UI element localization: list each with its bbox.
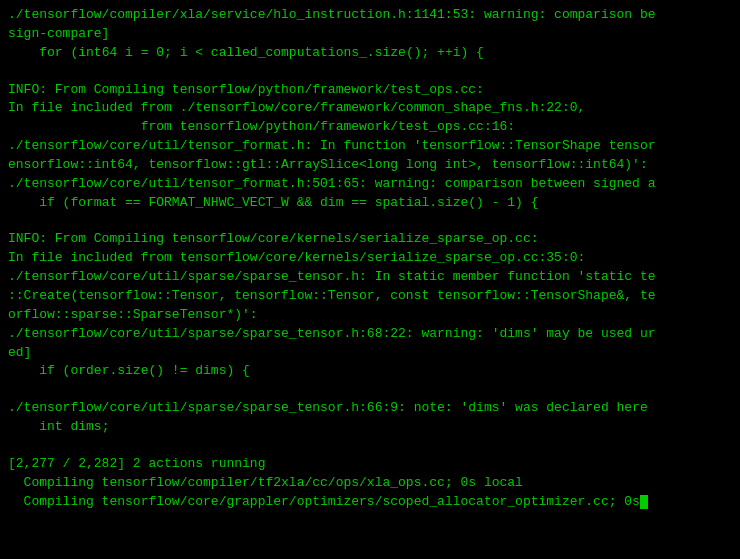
terminal-line: ./tensorflow/core/util/tensor_format.h:5… <box>8 175 732 194</box>
terminal-line: orflow::sparse::SparseTensor*)': <box>8 306 732 325</box>
terminal-line: [2,277 / 2,282] 2 actions running <box>8 455 732 474</box>
terminal-line: In file included from ./tensorflow/core/… <box>8 99 732 118</box>
terminal-line: from tensorflow/python/framework/test_op… <box>8 118 732 137</box>
terminal-line: ./tensorflow/core/util/sparse/sparse_ten… <box>8 399 732 418</box>
terminal-line: ./tensorflow/compiler/xla/service/hlo_in… <box>8 6 732 25</box>
terminal-line: if (order.size() != dims) { <box>8 362 732 381</box>
terminal-blank-line <box>8 63 732 81</box>
terminal-line: ed] <box>8 344 732 363</box>
terminal-line: for (int64 i = 0; i < called_computation… <box>8 44 732 63</box>
terminal-line: INFO: From Compiling tensorflow/core/ker… <box>8 230 732 249</box>
terminal-output: ./tensorflow/compiler/xla/service/hlo_in… <box>8 6 732 511</box>
terminal-line: INFO: From Compiling tensorflow/python/f… <box>8 81 732 100</box>
terminal-line: Compiling tensorflow/compiler/tf2xla/cc/… <box>8 474 732 493</box>
terminal-line: ::Create(tensorflow::Tensor, tensorflow:… <box>8 287 732 306</box>
terminal-line: ensorflow::int64, tensorflow::gtl::Array… <box>8 156 732 175</box>
terminal-line: sign-compare] <box>8 25 732 44</box>
terminal-window: ./tensorflow/compiler/xla/service/hlo_in… <box>0 0 740 559</box>
terminal-cursor <box>640 495 648 509</box>
terminal-line: ./tensorflow/core/util/tensor_format.h: … <box>8 137 732 156</box>
terminal-line: Compiling tensorflow/core/grappler/optim… <box>8 493 732 512</box>
terminal-line: if (format == FORMAT_NHWC_VECT_W && dim … <box>8 194 732 213</box>
terminal-line: In file included from tensorflow/core/ke… <box>8 249 732 268</box>
terminal-line: int dims; <box>8 418 732 437</box>
terminal-blank-line <box>8 437 732 455</box>
terminal-line: ./tensorflow/core/util/sparse/sparse_ten… <box>8 268 732 287</box>
terminal-blank-line <box>8 381 732 399</box>
terminal-line: ./tensorflow/core/util/sparse/sparse_ten… <box>8 325 732 344</box>
terminal-blank-line <box>8 212 732 230</box>
